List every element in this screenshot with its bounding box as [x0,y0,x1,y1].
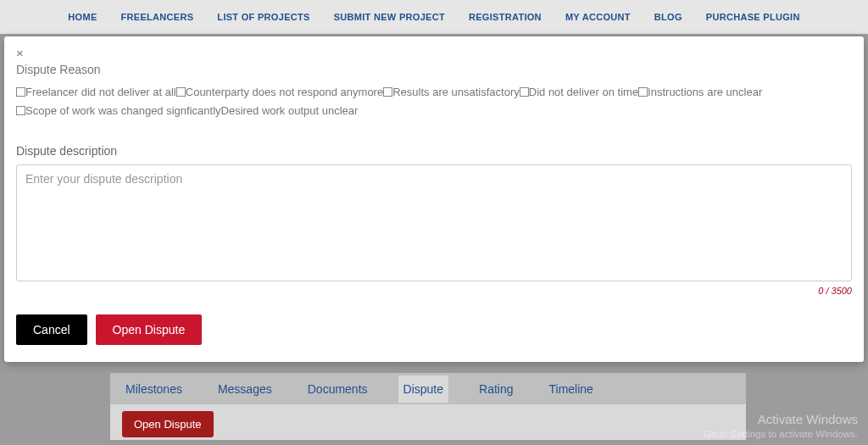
tab-dispute[interactable]: Dispute [398,375,448,403]
tab-messages[interactable]: Messages [213,375,277,403]
nav-my-account[interactable]: MY ACCOUNT [565,12,631,22]
open-dispute-button[interactable]: Open Dispute [122,411,214,437]
reason-output-unclear-label: Desired work output unclear [221,104,359,117]
nav-list-of-projects[interactable]: LIST OF PROJECTS [217,12,309,22]
reason-not-deliver-checkbox[interactable] [16,87,25,97]
nav-registration[interactable]: REGISTRATION [469,12,542,22]
nav-blog[interactable]: BLOG [654,12,682,22]
reason-not-deliver[interactable]: Freelancer did not deliver at all [16,86,176,98]
open-dispute-submit-button[interactable]: Open Dispute [96,314,203,345]
reason-unsatisfactory[interactable]: Results are unsatisfactory [383,86,520,98]
modal-title: Dispute Reason [16,63,852,76]
dispute-panel: Open Dispute [110,404,746,440]
dispute-reasons: Freelancer did not deliver at allCounter… [16,83,852,120]
modal-actions: Cancel Open Dispute [16,314,852,345]
close-icon[interactable]: × [16,47,24,59]
tab-timeline[interactable]: Timeline [543,375,598,403]
reason-scope-changed-checkbox[interactable] [16,106,25,115]
dispute-modal: × Dispute Reason Freelancer did not deli… [4,36,864,362]
reason-scope-changed[interactable]: Scope of work was changed signficantly [16,104,221,117]
reason-no-response-label: Counterparty does not respond anymore [186,86,383,98]
nav-submit-new-project[interactable]: SUBMIT NEW PROJECT [334,12,445,22]
description-label: Dispute description [16,144,852,158]
top-nav: HOME FREELANCERS LIST OF PROJECTS SUBMIT… [0,0,868,34]
tab-milestones[interactable]: Milestones [120,375,187,403]
reason-late[interactable]: Did not deliver on time [520,86,638,98]
reason-unclear-instructions[interactable]: Instructions are unclear [638,86,762,98]
char-counter: 0 / 3500 [16,286,852,296]
reason-late-label: Did not deliver on time [529,86,638,98]
reason-unsatisfactory-checkbox[interactable] [383,87,392,97]
reason-late-checkbox[interactable] [520,87,529,97]
cancel-button[interactable]: Cancel [16,314,87,345]
reason-no-response[interactable]: Counterparty does not respond anymore [176,86,383,98]
reason-not-deliver-label: Freelancer did not deliver at all [25,86,176,98]
reason-output-unclear[interactable]: Desired work output unclear [221,104,359,117]
reason-unclear-instructions-checkbox[interactable] [638,87,648,97]
project-tabs: Milestones Messages Documents Dispute Ra… [110,373,746,404]
nav-home[interactable]: HOME [68,12,97,22]
tab-documents[interactable]: Documents [303,375,373,403]
tab-rating[interactable]: Rating [474,375,518,403]
reason-no-response-checkbox[interactable] [176,87,186,97]
reason-unsatisfactory-label: Results are unsatisfactory [392,86,520,98]
nav-purchase-plugin[interactable]: PURCHASE PLUGIN [706,12,800,22]
nav-freelancers[interactable]: FREELANCERS [121,12,194,22]
description-textarea[interactable] [16,164,852,281]
reason-scope-changed-label: Scope of work was changed signficantly [25,104,221,117]
reason-unclear-instructions-label: Instructions are unclear [648,86,762,98]
